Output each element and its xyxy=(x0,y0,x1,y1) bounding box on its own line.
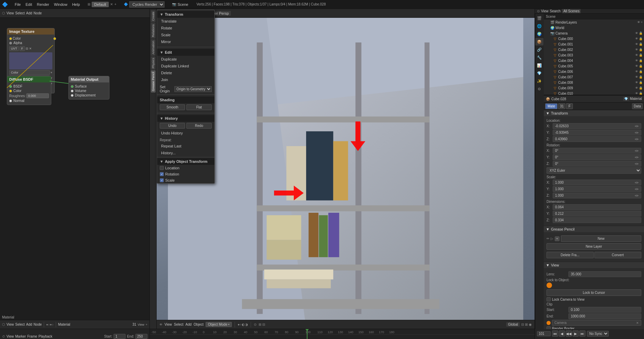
global-select[interactable]: Global xyxy=(506,322,520,327)
world-tab[interactable]: 🌍 xyxy=(535,30,543,38)
node-editor-canvas[interactable]: Image Texture Color Alpha UVT xyxy=(0,18,149,320)
set-origin-select[interactable]: Origin to Geometry xyxy=(174,86,212,92)
cube003-lock[interactable]: 🔒 xyxy=(639,53,643,57)
new-layer-button[interactable]: New Layer xyxy=(547,243,641,250)
mate-tab[interactable]: Mate xyxy=(545,103,557,109)
popup-mirror[interactable]: Mirror xyxy=(157,38,214,45)
world-tree-item[interactable]: 🌍 World xyxy=(544,25,644,30)
tl-play-btn[interactable]: ▶ xyxy=(573,330,579,337)
workspace-button[interactable]: Default xyxy=(92,2,109,7)
cube006-eye[interactable]: 👁 xyxy=(635,70,638,73)
tl-start-btn[interactable]: ⏮ xyxy=(552,330,558,337)
surface-input-socket[interactable] xyxy=(71,85,74,88)
render-engine-select[interactable]: Cycles Render xyxy=(129,1,165,8)
scale-z-field[interactable]: 1.000 ◀▶ xyxy=(553,193,641,198)
tl-playback-btn[interactable]: Playback xyxy=(39,335,53,338)
scale-x-left[interactable]: ◀ xyxy=(634,181,636,184)
local-camera-x[interactable]: ✕ xyxy=(636,321,639,325)
material-tab[interactable]: 💎 xyxy=(535,69,543,77)
cube006-lock[interactable]: 🔒 xyxy=(639,70,643,73)
loc-x-right[interactable]: ▶ xyxy=(637,125,639,128)
tl-reverse-btn[interactable]: ◀◀ xyxy=(566,330,572,337)
cube009-lock[interactable]: 🔒 xyxy=(639,86,643,90)
cube007-item[interactable]: ▽ Cube.007 👁 🔒 xyxy=(544,74,644,80)
roughness-value[interactable]: 0.000 xyxy=(26,93,49,98)
convert-button[interactable]: Convert xyxy=(594,252,642,258)
cube001-item[interactable]: ▽ Cube.001 👁 🔒 xyxy=(544,41,644,47)
node-editor-add-menu[interactable]: Add xyxy=(26,11,32,15)
cube007-lock[interactable]: 🔒 xyxy=(639,75,643,79)
node-editor-select-menu[interactable]: Select xyxy=(15,11,25,15)
loc-x-field[interactable]: -0.02633 ◀▶ xyxy=(553,123,641,129)
rot-x-left[interactable]: ◀ xyxy=(634,149,636,152)
loc-z-right[interactable]: ▶ xyxy=(637,138,639,141)
cube007-eye[interactable]: 👁 xyxy=(635,75,638,79)
tl-prev-btn[interactable]: ◀ xyxy=(559,330,565,337)
alpha-socket-out[interactable] xyxy=(9,42,12,44)
render-layers-item[interactable]: 🎬 RenderLayers 👁 + xyxy=(544,19,644,25)
node-fit-icon[interactable]: + xyxy=(146,323,147,326)
timeline-main-area[interactable]: -50 -40 -30 -20 -10 0 10 20 30 40 50 60 … xyxy=(150,329,535,339)
lock-camera-checkbox[interactable] xyxy=(547,297,551,301)
constraints-tab[interactable]: 🔗 xyxy=(535,46,543,53)
color-dropdown[interactable]: Color xyxy=(9,70,50,75)
camera-tree-item[interactable]: 📷 Camera 👁 🔒 xyxy=(544,30,644,36)
f-btn[interactable]: F xyxy=(19,46,25,51)
dim-y-field[interactable]: 0.212 xyxy=(553,211,641,217)
repeat-last-item[interactable]: Repeat Last xyxy=(157,143,214,149)
popup-scale[interactable]: Scale xyxy=(157,31,214,38)
popup-delete[interactable]: Delete xyxy=(157,69,214,76)
material-output-node[interactable]: Material Output Surface Volume Displacem… xyxy=(68,76,109,100)
displacement-input-socket[interactable] xyxy=(71,94,74,97)
tab-physics[interactable]: Physics xyxy=(151,56,156,70)
cube002-lock[interactable]: 🔒 xyxy=(639,48,643,51)
cube009-item[interactable]: ▽ Cube.009 👁 🔒 xyxy=(544,85,644,91)
camera-eye[interactable]: 👁 xyxy=(635,31,638,35)
scale-x-right[interactable]: ▶ xyxy=(637,181,639,184)
view-section-header[interactable]: ▼ View xyxy=(544,262,644,269)
rot-x-right[interactable]: ▶ xyxy=(637,149,639,152)
loc-z-left[interactable]: ◀ xyxy=(634,138,636,141)
cube002-item[interactable]: ▽ Cube.002 👁 🔒 xyxy=(544,47,644,52)
cube001-eye[interactable]: 👁 xyxy=(635,42,638,46)
popup-duplicate-linked[interactable]: Duplicate Linked xyxy=(157,63,214,69)
redo-button[interactable]: Redo xyxy=(186,123,212,129)
node-bottom-add[interactable]: Add xyxy=(26,323,32,326)
cube002-eye[interactable]: 👁 xyxy=(635,48,638,51)
flat-button[interactable]: Flat xyxy=(186,104,212,110)
tab-animation[interactable]: Animation xyxy=(151,39,156,56)
loc-y-left[interactable]: ◀ xyxy=(634,131,636,134)
all-scenes-btn[interactable]: All Scenes xyxy=(562,9,581,13)
cube008-lock[interactable]: 🔒 xyxy=(639,81,643,84)
lock-to-cursor-button[interactable]: Lock to Cursor xyxy=(547,289,641,296)
tab-create[interactable]: Create xyxy=(151,10,156,22)
menu-edit[interactable]: Edit xyxy=(26,2,32,6)
node-view-btn[interactable]: View xyxy=(137,323,144,326)
color-output-socket[interactable] xyxy=(53,37,56,40)
scale-x-field[interactable]: 1.000 ◀▶ xyxy=(553,180,641,185)
uvt-btn[interactable]: UVT xyxy=(9,46,19,51)
physics-tab[interactable]: ⚙ xyxy=(535,85,543,93)
tab-grease-pencil[interactable]: Grease Pencil xyxy=(151,70,156,93)
modifiers-tab[interactable]: 🔧 xyxy=(535,54,543,61)
diffuse-bsdf-node[interactable]: Diffuse BSDF BSDF Color Roughnes: 0.000 xyxy=(7,76,51,105)
undo-history-item[interactable]: Undo History xyxy=(157,130,214,136)
gp-new-button[interactable]: New xyxy=(561,235,641,242)
data-tab[interactable]: 📊 xyxy=(535,62,543,69)
node-bottom-node[interactable]: Node xyxy=(34,323,42,326)
volume-input-socket[interactable] xyxy=(71,90,74,92)
scale-checkbox[interactable] xyxy=(160,178,164,182)
rot-z-right[interactable]: ▶ xyxy=(637,162,639,165)
color-input-socket[interactable] xyxy=(9,90,12,92)
rot-x-field[interactable]: 0° ◀▶ xyxy=(553,148,641,154)
transform-section-header[interactable]: ▼ Transform xyxy=(544,110,644,117)
cube005-item[interactable]: ▽ Cube.005 👁 🔒 xyxy=(544,63,644,69)
render-tab[interactable]: 🎬 xyxy=(535,14,543,22)
node-editor-view-menu[interactable]: View xyxy=(6,11,14,15)
scale-y-right[interactable]: ▶ xyxy=(637,187,639,191)
popup-duplicate[interactable]: Duplicate xyxy=(157,56,214,63)
cube003-item[interactable]: ▽ Cube.003 👁 🔒 xyxy=(544,52,644,58)
rotation-mode-select[interactable]: XYZ Euler xyxy=(547,167,641,174)
menu-file[interactable]: File xyxy=(15,2,21,6)
menu-window[interactable]: Window xyxy=(54,2,67,6)
